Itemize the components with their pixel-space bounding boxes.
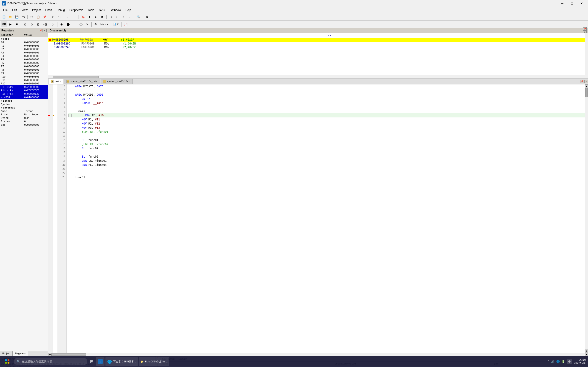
step-out-button[interactable]: {} xyxy=(35,22,41,27)
open-button[interactable]: 📂 xyxy=(7,14,13,20)
uncomment-button[interactable]: / xyxy=(127,14,133,20)
insert-remove-bp-button[interactable]: ⬤ xyxy=(65,22,71,27)
config-button[interactable]: ⚙ xyxy=(144,14,150,20)
task-view-button[interactable]: ⊞ xyxy=(88,358,95,365)
menu-file[interactable]: File xyxy=(1,8,10,13)
line-num: 1 xyxy=(57,84,65,89)
menu-help[interactable]: Help xyxy=(123,8,133,13)
start-button[interactable] xyxy=(2,357,13,366)
disasm-pin-button[interactable]: 📌 xyxy=(583,27,587,31)
menu-svcs[interactable]: SVCS xyxy=(97,8,109,13)
hscroll-thumb[interactable] xyxy=(53,76,99,78)
code-line: BL func02 xyxy=(69,146,585,150)
bookmark-button[interactable]: 🔖 xyxy=(80,14,86,20)
disable-all-bp-button[interactable]: ◯ xyxy=(78,22,84,27)
editor-close-button[interactable]: ✕ xyxy=(584,80,588,83)
save-button[interactable]: 💾 xyxy=(14,14,20,20)
nav-forward-button[interactable]: → xyxy=(71,14,78,20)
gutter-line xyxy=(48,97,52,101)
taskbar-search-box[interactable]: 🔍 在这里输入你搜索的内容 xyxy=(14,358,87,365)
table-row: R8 0x00000000 xyxy=(0,68,48,72)
table-row: R10 0x00000000 xyxy=(0,75,48,78)
disasm-hscroll[interactable] xyxy=(48,75,588,78)
tab-startup[interactable]: S startup_stm32f10x_hd.s xyxy=(64,79,100,84)
redo-button[interactable]: ↪ xyxy=(57,14,62,20)
menu-tools[interactable]: Tools xyxy=(86,8,97,13)
prev-bookmark-button[interactable]: ⬆ xyxy=(86,14,92,20)
rst-button[interactable]: RST xyxy=(1,22,7,27)
step-over-button[interactable]: {} xyxy=(29,22,35,27)
taskbar-app-folder[interactable]: 📁 D:\MDK5\作业3\te... xyxy=(139,357,169,366)
breakpoints-button[interactable]: ◉ xyxy=(59,22,65,27)
editor-vscroll[interactable]: ▲ ▼ xyxy=(585,84,588,353)
save-all-button[interactable]: 🗃 xyxy=(20,14,26,20)
taskbar-app-browser[interactable]: 🌐 写文章-CSDN博客... xyxy=(105,357,138,366)
code-line xyxy=(69,150,585,155)
code-line: LDR PC, =func03 xyxy=(69,163,585,167)
hscroll-thumb[interactable] xyxy=(52,353,86,356)
table-row: Privi... Privileged xyxy=(0,113,48,116)
tab-project[interactable]: Project xyxy=(0,351,13,356)
unindent-button[interactable]: ⇤ xyxy=(114,14,120,20)
run-to-cursor-button[interactable]: →{} xyxy=(42,22,48,27)
stop-button[interactable]: ⏹ xyxy=(14,22,20,27)
table-row: R7 0x00000000 xyxy=(0,65,48,68)
disassembly-content: __main: ● 0x08000298 F04F000A MOV r0,#0x… xyxy=(48,33,585,75)
editor-hscroll[interactable]: ◀ ▶ xyxy=(48,353,588,356)
tray-icon-network[interactable]: 🌐 xyxy=(556,360,560,363)
disasm-addr: 0x080002A0 xyxy=(54,46,81,49)
kill-all-bp-button[interactable]: ✕ xyxy=(84,22,90,27)
enable-disable-bp-button[interactable]: ○ xyxy=(71,22,78,27)
indent-button[interactable]: ⇥ xyxy=(108,14,114,20)
tab-system[interactable]: C system_stm32f10x.c xyxy=(101,79,133,84)
cut-button[interactable]: ✂ xyxy=(29,14,35,20)
close-button[interactable]: ✕ xyxy=(577,0,586,7)
language-button[interactable]: 中 xyxy=(567,359,572,364)
tray-icon-battery[interactable]: 🔋 xyxy=(562,360,565,363)
new-button[interactable]: 📄 xyxy=(1,14,7,20)
run-button[interactable]: ▶ xyxy=(7,22,13,27)
logic-analyzer-button[interactable]: 📊▼ xyxy=(112,22,120,27)
editor-pin-button[interactable]: 📌 xyxy=(580,80,584,83)
menu-window[interactable]: Window xyxy=(109,8,123,13)
panel-pin-button[interactable]: 📌 xyxy=(39,29,43,32)
nav-back-button[interactable]: ← xyxy=(65,14,71,20)
tray-icon-up[interactable]: ^ xyxy=(548,360,549,363)
copy-button[interactable]: 📋 xyxy=(35,14,41,20)
menu-view[interactable]: View xyxy=(19,8,30,13)
hscroll-left-button[interactable]: ◀ xyxy=(48,353,52,356)
performance-analyzer-button[interactable]: 📈 xyxy=(123,22,129,27)
menu-peripherals[interactable]: Peripherals xyxy=(67,8,86,13)
taskbar-app-uvision[interactable]: μ xyxy=(96,357,104,366)
undo-button[interactable]: ↩ xyxy=(50,14,56,20)
disasm-scrollbar[interactable] xyxy=(585,33,588,75)
bookmark-marker xyxy=(69,114,72,117)
memory-window-button[interactable]: Mem▼ xyxy=(99,22,110,27)
code-area[interactable]: AREA MYDATA, DATA AREA MYCODE, CODE ENTR… xyxy=(67,84,585,353)
tab-registers[interactable]: Registers xyxy=(13,351,28,356)
menu-edit[interactable]: Edit xyxy=(10,8,19,13)
maximize-button[interactable]: □ xyxy=(567,0,577,7)
show-next-statement-button[interactable]: ▷ xyxy=(50,22,56,27)
minimize-button[interactable]: ─ xyxy=(558,0,567,7)
tray-icon-sound[interactable]: 🔊 xyxy=(551,360,554,363)
next-bookmark-button[interactable]: ⬇ xyxy=(93,14,99,20)
menu-debug[interactable]: Debug xyxy=(54,8,67,13)
find-button[interactable]: 🔍 xyxy=(136,14,141,20)
comment-button[interactable]: // xyxy=(121,14,127,20)
paste-button[interactable]: 📌 xyxy=(42,14,48,20)
menu-flash[interactable]: Flash xyxy=(43,8,54,13)
scroll-down-button[interactable]: ▼ xyxy=(585,349,588,353)
scroll-up-button[interactable]: ▲ xyxy=(585,84,588,88)
tab-icon: S xyxy=(66,80,69,83)
menu-project[interactable]: Project xyxy=(30,8,43,13)
sep8 xyxy=(21,22,21,27)
panel-close-button[interactable]: ✕ xyxy=(43,29,47,32)
step-into-button[interactable]: {} xyxy=(22,22,28,27)
tab-test-s[interactable]: S test.s xyxy=(48,79,63,84)
val-col-header: Value xyxy=(23,33,48,37)
clear-bookmarks-button[interactable]: ✖ xyxy=(99,14,105,20)
watch-window-button[interactable]: 👁 xyxy=(93,22,99,27)
line-num: 11 xyxy=(57,126,65,130)
scroll-thumb[interactable] xyxy=(585,88,588,97)
